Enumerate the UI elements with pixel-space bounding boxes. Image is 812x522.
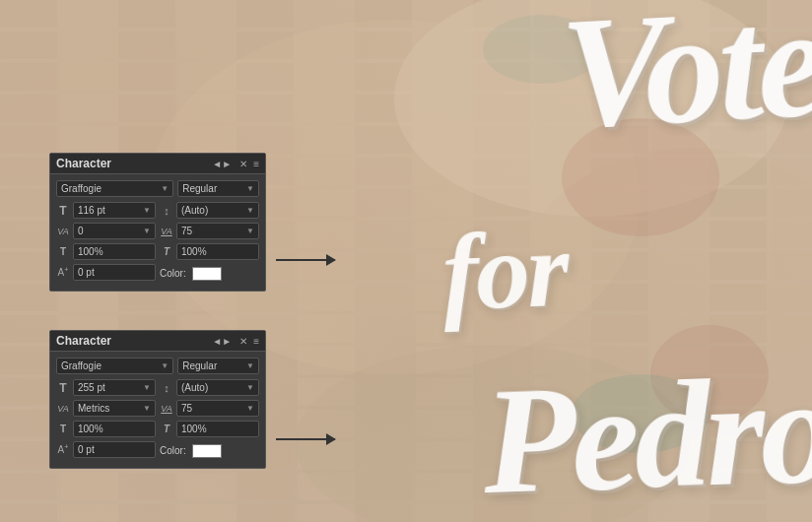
panel-title-bottom: Character (56, 334, 111, 348)
kerning-field-bottom[interactable]: 75 ▼ (176, 400, 259, 417)
arrow-top (276, 259, 335, 261)
kerning-group-top: VA 75 ▼ (160, 223, 259, 239)
kerning-icon-bottom: VA (160, 404, 173, 414)
font-size-field-bottom[interactable]: 255 pt ▼ (73, 379, 156, 396)
style-selector-bottom[interactable]: Regular ▼ (177, 358, 259, 374)
tracking-kerning-row-bottom: VA Metrics ▼ VA 75 ▼ (56, 400, 259, 417)
size-group-bottom: T 255 pt ▼ (56, 379, 156, 396)
leading-field-top[interactable]: (Auto) ▼ (176, 202, 259, 219)
panel-controls-bottom: ◄► ✕ ≡ (210, 336, 259, 347)
leading-group-bottom: ↕ (Auto) ▼ (160, 379, 259, 396)
style-arrow-top: ▼ (246, 184, 254, 193)
panel-menu-bottom[interactable]: ≡ (253, 336, 259, 347)
character-panel-bottom: Character ◄► ✕ ≡ Graffogie ▼ Regular ▼ T… (49, 330, 266, 469)
color-swatch-top[interactable] (192, 267, 222, 281)
graffiti-vote: Vote (558, 0, 812, 153)
panel-body-top: Graffogie ▼ Regular ▼ T 116 pt ▼ ↕ (Auto… (50, 174, 265, 291)
font-row-top: Graffogie ▼ Regular ▼ (56, 180, 259, 197)
hscale-field-bottom[interactable]: 100% (73, 421, 156, 437)
leading-group-top: ↕ (Auto) ▼ (160, 202, 259, 219)
tracking-field-bottom[interactable]: Metrics ▼ (73, 400, 156, 417)
size-leading-row-top: T 116 pt ▼ ↕ (Auto) ▼ (56, 202, 259, 219)
hscale-group-top: T 100% (56, 243, 156, 260)
baseline-icon-top: A+ (56, 266, 70, 278)
panel-double-arrow-bottom[interactable]: ◄► (210, 336, 234, 347)
vscale-icon-top: T (160, 246, 173, 257)
size-leading-row-bottom: T 255 pt ▼ ↕ (Auto) ▼ (56, 379, 259, 396)
panel-close-bottom[interactable]: ✕ (237, 336, 249, 347)
character-panel-top: Character ◄► ✕ ≡ Graffogie ▼ Regular ▼ T… (49, 153, 266, 292)
scale-row-bottom: T 100% T 100% (56, 421, 259, 437)
hscale-field-top[interactable]: 100% (73, 243, 156, 260)
panel-close-top[interactable]: ✕ (237, 159, 249, 169)
hscale-group-bottom: T 100% (56, 421, 156, 437)
tracking-icon-top: VA (56, 227, 70, 236)
vscale-icon-bottom: T (160, 424, 173, 434)
baseline-field-bottom[interactable]: 0 pt (73, 441, 156, 458)
font-size-field-top[interactable]: 116 pt ▼ (73, 202, 156, 219)
leading-icon-bottom: ↕ (160, 382, 173, 394)
leading-field-bottom[interactable]: (Auto) ▼ (176, 379, 259, 396)
style-selector-top[interactable]: Regular ▼ (177, 180, 259, 197)
kerning-field-top[interactable]: 75 ▼ (176, 223, 259, 239)
leading-icon-top: ↕ (160, 205, 173, 217)
baseline-field-top[interactable]: 0 pt (73, 264, 156, 281)
tracking-group-bottom: VA Metrics ▼ (56, 400, 156, 417)
font-arrow-bottom: ▼ (161, 361, 169, 370)
color-row-bottom: Color: (160, 443, 259, 458)
vscale-field-top[interactable]: 100% (176, 243, 259, 260)
baseline-group-top: A+ 0 pt (56, 264, 156, 281)
tracking-icon-bottom: VA (56, 404, 70, 414)
panel-double-arrow-top[interactable]: ◄► (210, 159, 234, 169)
font-selector-bottom[interactable]: Graffogie ▼ (56, 358, 173, 374)
graffiti-for: for (440, 215, 568, 327)
font-arrow-top: ▼ (161, 184, 169, 193)
panel-title-top: Character (56, 157, 111, 170)
font-selector-top[interactable]: Graffogie ▼ (56, 180, 173, 197)
font-row-bottom: Graffogie ▼ Regular ▼ (56, 358, 259, 374)
kerning-group-bottom: VA 75 ▼ (160, 400, 259, 417)
vscale-field-bottom[interactable]: 100% (176, 421, 259, 437)
tracking-kerning-row-top: VA 0 ▼ VA 75 ▼ (56, 223, 259, 239)
style-arrow-bottom: ▼ (246, 361, 254, 370)
kerning-icon-top: VA (160, 227, 173, 236)
color-swatch-bottom[interactable] (192, 444, 222, 458)
panel-controls-top: ◄► ✕ ≡ (210, 159, 259, 169)
baseline-group-bottom: A+ 0 pt (56, 441, 156, 458)
panel-header-top: Character ◄► ✕ ≡ (50, 154, 265, 174)
hscale-icon-bottom: T (56, 424, 70, 434)
hscale-icon-top: T (56, 246, 70, 257)
panel-menu-top[interactable]: ≡ (253, 159, 259, 169)
scale-row-top: T 100% T 100% (56, 243, 259, 260)
vscale-group-top: T 100% (160, 243, 259, 260)
panel-header-bottom: Character ◄► ✕ ≡ (50, 331, 265, 352)
font-size-icon-bottom: T (56, 381, 70, 395)
baseline-icon-bottom: A+ (56, 443, 70, 455)
font-size-icon-top: T (56, 204, 70, 218)
graffiti-pedro: Pedro (481, 354, 812, 518)
tracking-field-top[interactable]: 0 ▼ (73, 223, 156, 239)
baseline-color-row-top: A+ 0 pt Color: (56, 264, 259, 281)
size-group-top: T 116 pt ▼ (56, 202, 156, 219)
tracking-group-top: VA 0 ▼ (56, 223, 156, 239)
arrow-bottom (276, 438, 335, 440)
vscale-group-bottom: T 100% (160, 421, 259, 437)
panel-body-bottom: Graffogie ▼ Regular ▼ T 255 pt ▼ ↕ (Auto… (50, 352, 265, 468)
color-row-top: Color: (160, 266, 259, 281)
baseline-color-row-bottom: A+ 0 pt Color: (56, 441, 259, 458)
